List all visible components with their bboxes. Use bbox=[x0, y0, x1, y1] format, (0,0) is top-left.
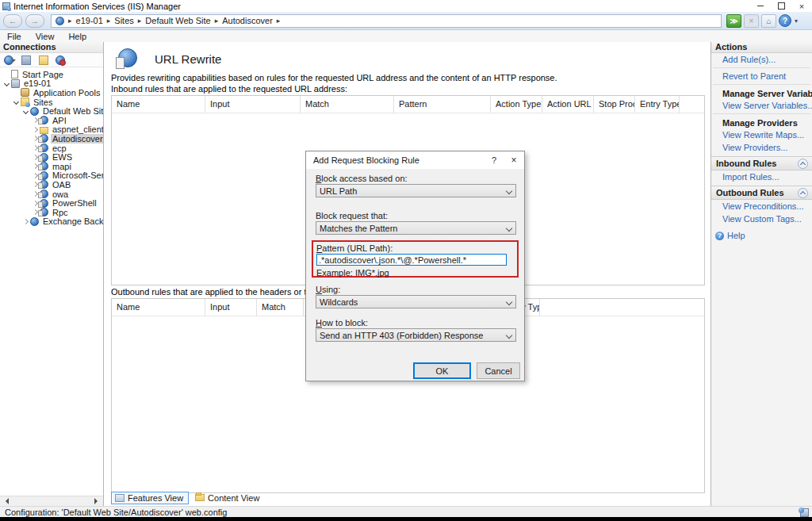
app-icon bbox=[40, 144, 48, 152]
tree-item-label: PowerShell bbox=[51, 198, 98, 208]
tree-item-powershell[interactable]: PowerShell bbox=[0, 198, 103, 208]
action-view-preconditions[interactable]: View Preconditions... bbox=[711, 200, 812, 213]
actions-section-inbound-rules[interactable]: Inbound Rules bbox=[711, 156, 812, 170]
tree-item-rpc[interactable]: Rpc bbox=[0, 208, 103, 217]
column-header-pattern[interactable]: Pattern bbox=[394, 96, 491, 113]
dialog-buttons: OK Cancel bbox=[306, 362, 524, 379]
action-view-rewrite-maps[interactable]: View Rewrite Maps... bbox=[711, 128, 812, 141]
actions-section-outbound-rules[interactable]: Outbound Rules bbox=[711, 186, 812, 200]
app-icon bbox=[40, 180, 48, 189]
breadcrumb-item-sites[interactable]: Sites bbox=[112, 16, 136, 25]
tab-features-view[interactable]: Features View bbox=[111, 492, 189, 504]
connections-hscrollbar[interactable] bbox=[0, 496, 103, 506]
breadcrumb-item-autodiscover[interactable]: Autodiscover bbox=[220, 16, 275, 25]
scroll-left-icon[interactable] bbox=[2, 498, 9, 504]
disconnect-icon[interactable] bbox=[56, 56, 65, 65]
menu-file[interactable]: File bbox=[0, 32, 29, 41]
close-icon[interactable]: × bbox=[791, 0, 812, 12]
help-badge-icon: ? bbox=[715, 232, 724, 240]
block-request-select[interactable]: Matches the Pattern bbox=[316, 221, 516, 235]
pattern-input[interactable] bbox=[316, 254, 507, 266]
home-icon[interactable]: ⌂ bbox=[761, 14, 776, 28]
collapse-arrow-icon[interactable] bbox=[3, 80, 10, 87]
column-header-match[interactable]: Match bbox=[301, 96, 394, 113]
ok-button[interactable]: OK bbox=[413, 362, 471, 379]
help-caret-icon[interactable]: ▾ bbox=[795, 17, 798, 25]
breadcrumb-item-default-web-site[interactable]: Default Web Site bbox=[143, 16, 213, 25]
collapse-chevron-icon[interactable] bbox=[798, 159, 808, 169]
url-rewrite-icon bbox=[115, 48, 137, 69]
forward-icon[interactable]: → bbox=[25, 14, 44, 28]
tree-item-exchange-back-end[interactable]: Exchange Back End bbox=[0, 217, 103, 227]
action-import-rules[interactable]: Import Rules... bbox=[711, 170, 812, 183]
tree-item-aspnet-client[interactable]: aspnet_client bbox=[0, 125, 103, 135]
tree-item-oab[interactable]: OAB bbox=[0, 180, 103, 190]
tree-item-sites[interactable]: Sites bbox=[0, 98, 103, 107]
dialog-close-icon[interactable]: × bbox=[504, 155, 524, 166]
tree-item-start-page[interactable]: Start Page bbox=[0, 70, 103, 79]
up-level-icon[interactable] bbox=[39, 56, 48, 65]
collapse-arrow-icon[interactable] bbox=[13, 98, 20, 105]
expand-arrow-icon[interactable] bbox=[32, 126, 39, 133]
how-to-block-select[interactable]: Send an HTTP 403 (Forbidden) Response bbox=[316, 328, 516, 342]
tree-item-autodiscover[interactable]: Autodiscover bbox=[0, 134, 103, 144]
column-header-name[interactable]: Name bbox=[112, 96, 205, 113]
column-header-input[interactable]: Input bbox=[205, 96, 301, 113]
action-view-providers[interactable]: View Providers... bbox=[711, 141, 812, 154]
action-view-server-variables[interactable]: View Server Variables... bbox=[711, 99, 812, 112]
column-header-entry-type[interactable]: Entry Type bbox=[635, 96, 680, 113]
column-header-action-type[interactable]: Action Type bbox=[491, 96, 542, 113]
dialog-help-icon[interactable]: ? bbox=[485, 155, 504, 165]
tree-item-label: Exchange Back End bbox=[41, 216, 104, 226]
tree-item-api[interactable]: API bbox=[0, 116, 103, 125]
column-header-stop-proce[interactable]: Stop Proce... bbox=[594, 96, 635, 113]
tab-content-view[interactable]: Content View bbox=[192, 492, 264, 504]
column-header-name[interactable]: Name bbox=[112, 299, 205, 316]
collapse-arrow-icon[interactable] bbox=[22, 108, 29, 115]
action-view-custom-tags[interactable]: View Custom Tags... bbox=[711, 213, 812, 225]
stop-icon[interactable]: × bbox=[744, 14, 759, 28]
tab-label: Content View bbox=[208, 493, 259, 503]
crumb-separator-icon: ▸ bbox=[105, 17, 113, 25]
bottom-strip bbox=[0, 517, 812, 521]
expand-arrow-icon[interactable] bbox=[22, 218, 29, 225]
tree-item-label: Rpc bbox=[51, 208, 70, 217]
menu-help[interactable]: Help bbox=[61, 32, 94, 41]
go-icon[interactable]: ≫ bbox=[726, 14, 741, 28]
menu-view[interactable]: View bbox=[29, 32, 62, 41]
back-icon[interactable]: ← bbox=[3, 14, 22, 28]
minimize-icon[interactable] bbox=[750, 0, 771, 12]
tree-item-application-pools[interactable]: Application Pools bbox=[0, 88, 103, 98]
block-access-select[interactable]: URL Path bbox=[316, 184, 516, 197]
action-add-rule-s[interactable]: Add Rule(s)... bbox=[711, 53, 812, 66]
tree-item-owa[interactable]: owa bbox=[0, 190, 103, 199]
collapse-chevron-icon[interactable] bbox=[798, 188, 808, 198]
breadcrumb-item-e19-01[interactable]: e19-01 bbox=[74, 16, 105, 25]
page-title: URL Rewrite bbox=[155, 52, 221, 66]
restore-icon[interactable] bbox=[771, 0, 791, 12]
site-icon bbox=[56, 17, 64, 25]
column-header-input[interactable]: Input bbox=[205, 299, 257, 316]
iis-app-icon bbox=[2, 2, 10, 10]
create-connection-icon[interactable] bbox=[4, 56, 13, 65]
tree-item-ews[interactable]: EWS bbox=[0, 152, 103, 162]
tree-item-mapi[interactable]: mapi bbox=[0, 162, 103, 171]
tree-item-e19-01[interactable]: e19-01 bbox=[0, 79, 103, 89]
connections-tree: Start Pagee19-01Application PoolsSitesDe… bbox=[0, 67, 103, 226]
dialog-title-bar[interactable]: Add Request Blocking Rule ? × bbox=[306, 151, 524, 169]
help-icon[interactable]: ? bbox=[779, 14, 791, 27]
action-manage-providers: Manage Providers bbox=[711, 116, 812, 128]
pattern-example: Example: IMG*.jpg bbox=[316, 268, 389, 278]
tree-item-default-web-site[interactable]: Default Web Site bbox=[0, 106, 103, 116]
column-header-action-url[interactable]: Action URL bbox=[542, 96, 594, 113]
column-header-match[interactable]: Match bbox=[257, 299, 304, 316]
scroll-right-icon[interactable] bbox=[94, 498, 101, 504]
action-revert-to-parent[interactable]: Revert to Parent bbox=[711, 70, 812, 82]
save-connections-icon[interactable] bbox=[21, 56, 31, 65]
cancel-button[interactable]: Cancel bbox=[477, 362, 520, 379]
using-select[interactable]: Wildcards bbox=[316, 295, 516, 308]
action-help[interactable]: ?Help bbox=[711, 228, 812, 242]
tree-item-microsoft-server-a[interactable]: Microsoft-Server-A bbox=[0, 171, 103, 181]
tree-item-ecp[interactable]: ecp bbox=[0, 144, 103, 153]
sites-icon bbox=[21, 98, 29, 106]
